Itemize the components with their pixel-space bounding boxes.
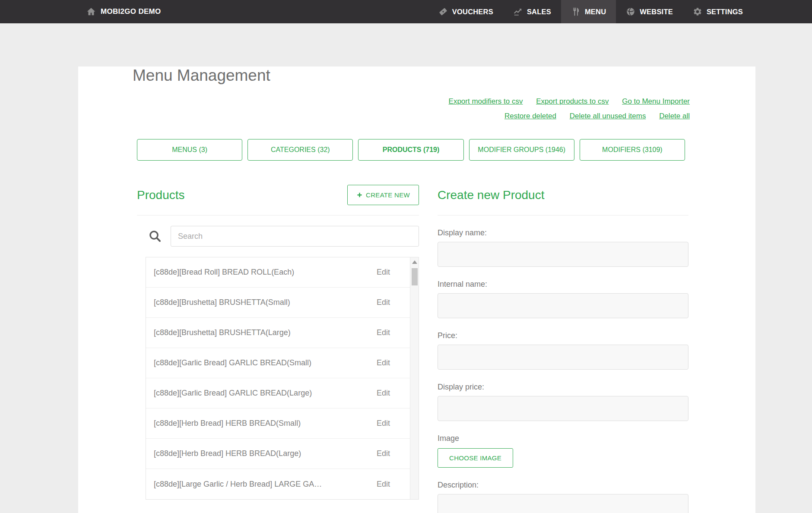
settings-gear-icon: [693, 7, 702, 16]
website-globe-icon: [626, 7, 635, 16]
search-icon: [148, 229, 162, 243]
choose-image-button[interactable]: CHOOSE IMAGE: [438, 448, 513, 468]
create-new-button[interactable]: CREATE NEW: [347, 185, 419, 205]
brand-label: MOBI2GO DEMO: [101, 7, 161, 16]
scroll-up-icon[interactable]: [412, 260, 417, 264]
page-title: Menu Management: [133, 66, 755, 85]
create-new-label: CREATE NEW: [366, 191, 410, 199]
product-row[interactable]: [c88de][Large Garlic / Herb Bread] LARGE…: [146, 469, 410, 499]
product-row[interactable]: [c88de][Garlic Bread] GARLIC BREAD(Large…: [146, 378, 410, 408]
product-row[interactable]: [c88de][Brushetta] BRUSHETTA(Large) Edit: [146, 318, 410, 348]
nav-item-label: WEBSITE: [640, 8, 673, 16]
product-rows: [c88de][Bread Roll] BREAD ROLL(Each) Edi…: [146, 257, 410, 499]
nav-item-label: SALES: [527, 8, 551, 16]
sales-chart-icon: [513, 7, 523, 16]
product-name: [c88de][Garlic Bread] GARLIC BREAD(Small…: [154, 358, 311, 367]
display-name-label: Display name:: [438, 228, 688, 238]
search-row: [137, 226, 419, 247]
product-name: [c88de][Brushetta] BRUSHETTA(Small): [154, 298, 290, 307]
tab-modifiers[interactable]: MODIFIERS (3109): [580, 139, 685, 161]
edit-link[interactable]: Edit: [377, 419, 390, 428]
nav-item-vouchers[interactable]: VOUCHERS: [428, 0, 503, 23]
create-product-heading: Create new Product: [438, 188, 544, 202]
tab-products[interactable]: PRODUCTS (719): [358, 139, 463, 161]
edit-link[interactable]: Edit: [377, 268, 390, 277]
products-panel: Products CREATE NEW [c88de][Br: [137, 185, 419, 513]
product-row[interactable]: [c88de][Herb Bread] HERB BREAD(Small) Ed…: [146, 408, 410, 439]
tab-bar: MENUS (3) CATEGORIES (32) PRODUCTS (719)…: [137, 139, 685, 161]
nav-item-label: VOUCHERS: [452, 8, 493, 16]
voucher-ticket-icon: [438, 7, 448, 16]
edit-link[interactable]: Edit: [377, 389, 390, 398]
nav-item-settings[interactable]: SETTINGS: [683, 0, 753, 23]
menu-importer-link[interactable]: Go to Menu Importer: [622, 97, 690, 105]
scrollbar-thumb[interactable]: [412, 268, 418, 285]
product-name: [c88de][Bread Roll] BREAD ROLL(Each): [154, 268, 294, 277]
nav-item-menu[interactable]: MENU: [561, 0, 616, 23]
nav-item-sales[interactable]: SALES: [503, 0, 561, 23]
top-nav: MOBI2GO DEMO VOUCHERS SALES MENU WEBSITE: [0, 0, 812, 23]
edit-link[interactable]: Edit: [377, 298, 390, 307]
edit-link[interactable]: Edit: [377, 480, 390, 489]
action-links-row1: Export modifiers to csv Export products …: [78, 94, 690, 109]
tab-categories[interactable]: CATEGORIES (32): [247, 139, 353, 161]
menu-cutlery-icon: [571, 7, 580, 16]
nav-item-website[interactable]: WEBSITE: [616, 0, 683, 23]
export-modifiers-link[interactable]: Export modifiers to csv: [449, 97, 523, 105]
internal-name-label: Internal name:: [438, 280, 688, 289]
display-price-label: Display price:: [438, 383, 688, 392]
display-price-field[interactable]: [438, 396, 688, 421]
nav-item-label: MENU: [585, 8, 606, 16]
display-name-field[interactable]: [438, 242, 688, 267]
delete-unused-link[interactable]: Delete all unused items: [570, 112, 646, 120]
product-row[interactable]: [c88de][Herb Bread] HERB BREAD(Large) Ed…: [146, 439, 410, 469]
product-list: [c88de][Bread Roll] BREAD ROLL(Each) Edi…: [146, 257, 419, 500]
search-input[interactable]: [171, 226, 419, 247]
delete-all-link[interactable]: Delete all: [659, 112, 690, 120]
nav-item-label: SETTINGS: [707, 8, 743, 16]
product-name: [c88de][Brushetta] BRUSHETTA(Large): [154, 328, 291, 337]
products-panel-header: Products CREATE NEW: [137, 185, 419, 205]
price-label: Price:: [438, 331, 688, 340]
product-row[interactable]: [c88de][Brushetta] BRUSHETTA(Small) Edit: [146, 288, 410, 318]
restore-deleted-link[interactable]: Restore deleted: [504, 112, 556, 120]
product-name: [c88de][Herb Bread] HERB BREAD(Small): [154, 419, 301, 428]
brand[interactable]: MOBI2GO DEMO: [86, 0, 161, 23]
content-panels: Products CREATE NEW [c88de][Br: [137, 185, 755, 513]
product-row[interactable]: [c88de][Bread Roll] BREAD ROLL(Each) Edi…: [146, 257, 410, 288]
edit-link[interactable]: Edit: [377, 449, 390, 458]
description-field[interactable]: [438, 494, 688, 513]
product-name: [c88de][Herb Bread] HERB BREAD(Large): [154, 449, 301, 458]
product-name: [c88de][Large Garlic / Herb Bread] LARGE…: [154, 480, 322, 489]
internal-name-field[interactable]: [438, 293, 688, 318]
action-links-row2: Restore deleted Delete all unused items …: [78, 109, 690, 124]
create-product-panel: Create new Product Display name: Interna…: [438, 185, 688, 513]
action-links: Export modifiers to csv Export products …: [78, 94, 690, 124]
price-field[interactable]: [438, 345, 688, 370]
main-card: Menu Management Export modifiers to csv …: [78, 66, 755, 513]
create-panel-divider: [438, 215, 688, 215]
plus-icon: [356, 192, 363, 198]
tab-modifier-groups[interactable]: MODIFIER GROUPS (1946): [469, 139, 574, 161]
product-row[interactable]: [c88de][Garlic Bread] GARLIC BREAD(Small…: [146, 348, 410, 378]
edit-link[interactable]: Edit: [377, 358, 390, 367]
products-heading: Products: [137, 188, 185, 202]
description-label: Description:: [438, 481, 688, 490]
tab-menus[interactable]: MENUS (3): [137, 139, 242, 161]
image-label: Image: [438, 434, 688, 443]
nav-items: VOUCHERS SALES MENU WEBSITE SETTINGS: [428, 0, 753, 23]
list-scrollbar[interactable]: [410, 257, 419, 499]
export-products-link[interactable]: Export products to csv: [536, 97, 609, 105]
home-icon: [86, 7, 96, 16]
edit-link[interactable]: Edit: [377, 328, 390, 337]
product-name: [c88de][Garlic Bread] GARLIC BREAD(Large…: [154, 389, 312, 398]
create-panel-header: Create new Product: [438, 185, 688, 205]
products-divider: [137, 215, 419, 215]
